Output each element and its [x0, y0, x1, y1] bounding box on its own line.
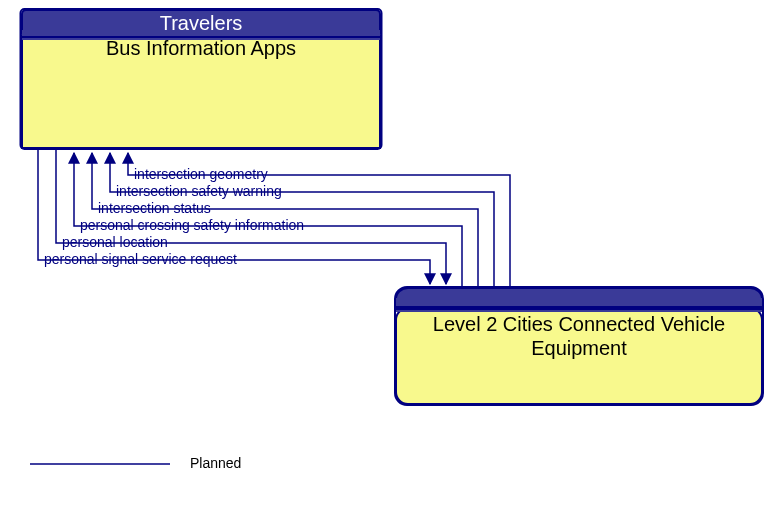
- bottom-box-title-line2: Equipment: [531, 337, 627, 359]
- svg-rect-8: [396, 306, 762, 310]
- flow-label-intersection-status: intersection status: [98, 200, 211, 216]
- flow-label-personal-location: personal location: [62, 234, 168, 250]
- legend: Planned: [30, 455, 241, 471]
- flow-label-personal-signal-service-request: personal signal service request: [44, 251, 237, 267]
- top-box-header: Travelers: [160, 12, 243, 34]
- flow-label-personal-crossing-safety-information: personal crossing safety information: [80, 217, 304, 233]
- top-box-title: Bus Information Apps: [106, 37, 296, 59]
- flow-label-intersection-geometry: intersection geometry: [134, 166, 268, 182]
- bottom-entity-box: Level 2 Cities Connected Vehicle Equipme…: [395, 287, 763, 405]
- flow-label-intersection-safety-warning: intersection safety warning: [116, 183, 282, 199]
- architecture-diagram: Travelers Bus Information Apps Level 2 C…: [0, 0, 783, 505]
- top-entity-box: Travelers Bus Information Apps: [21, 9, 382, 149]
- bottom-box-title-line1: Level 2 Cities Connected Vehicle: [433, 313, 725, 335]
- legend-planned: Planned: [190, 455, 241, 471]
